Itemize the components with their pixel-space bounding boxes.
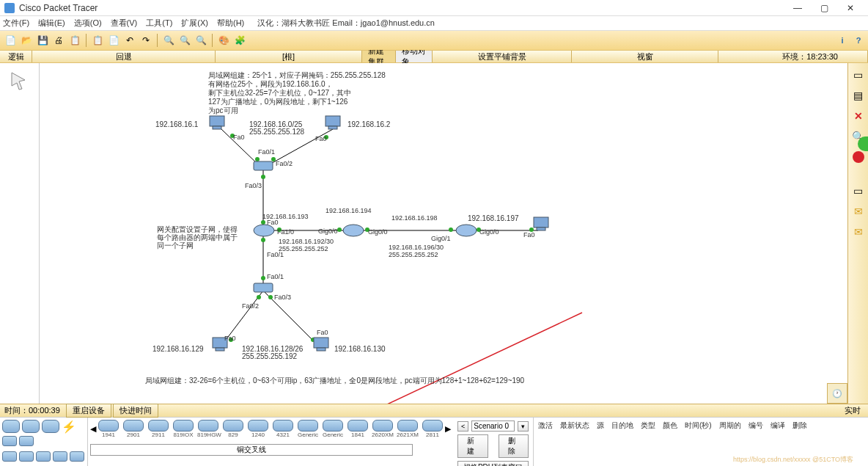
subcat-3-icon[interactable] (36, 451, 51, 462)
realtime-label[interactable]: 实时 (837, 405, 868, 416)
device-model-item[interactable]: 819HGW (197, 420, 219, 438)
fast-forward-button[interactable]: 快进时间 (113, 404, 158, 418)
nav-tile-bg[interactable]: 设置平铺背景 (433, 51, 572, 62)
navigation-clock-icon[interactable]: 🕐 (827, 383, 847, 404)
device-model-item[interactable]: 2621XM (397, 420, 419, 438)
subcat-2-icon[interactable] (19, 451, 34, 462)
device-model-item[interactable]: Generic (322, 420, 344, 438)
col-delete[interactable]: 删除 (792, 421, 807, 431)
switch-device[interactable] (254, 161, 274, 178)
device-model-item[interactable]: 829 (222, 420, 244, 438)
scenario-prev-button[interactable]: < (457, 421, 468, 432)
topology-canvas[interactable]: 局域网组建：25个1，对应子网掩码：255.255.255.128 有网络位25… (40, 63, 847, 404)
col-time[interactable]: 时间(秒) (685, 421, 712, 431)
new-file-icon[interactable]: 📄 (3, 33, 18, 48)
maximize-button[interactable]: ▢ (811, 1, 837, 15)
menu-help[interactable]: 帮助(H) (217, 18, 244, 29)
draw-tool-icon[interactable] (858, 136, 868, 151)
wizard-icon[interactable]: 📋 (67, 33, 82, 48)
reset-devices-button[interactable]: 重启设备 (66, 404, 111, 418)
redo-icon[interactable]: ↷ (139, 33, 153, 48)
select-tool-icon[interactable]: ▭ (851, 68, 866, 82)
pc-device[interactable] (534, 217, 554, 233)
zoom-out-icon[interactable]: 🔍 (194, 33, 208, 48)
col-periodic[interactable]: 周期的 (719, 421, 741, 431)
scenario-dropdown-button[interactable]: ▾ (518, 421, 529, 432)
selection-tool-icon[interactable] (3, 66, 37, 95)
device-model-item[interactable]: 1941 (98, 420, 119, 438)
cat-multi-icon[interactable] (19, 436, 34, 446)
complex-pdu-icon[interactable]: ✉ (851, 225, 866, 239)
col-color[interactable]: 颜色 (663, 421, 677, 431)
nav-back[interactable]: 回退 (32, 51, 216, 62)
nav-viewport[interactable]: 视窗 (572, 51, 718, 62)
zoom-in-icon[interactable]: 🔍 (161, 33, 176, 48)
menu-view[interactable]: 查看(V) (111, 18, 138, 29)
nav-env-time[interactable]: 环境：18:23:30 (718, 51, 868, 62)
toggle-pdu-list-button[interactable]: 切换PDU列表窗口 (457, 461, 529, 466)
device-model-item[interactable]: 1841 (347, 420, 369, 438)
subcat-5-icon[interactable] (70, 451, 84, 462)
subcat-4-icon[interactable] (53, 451, 67, 462)
menu-file[interactable]: 文件(F) (3, 18, 29, 29)
scenario-select[interactable]: Scenario 0 (471, 421, 515, 432)
device-model-item[interactable]: 2901 (122, 420, 144, 438)
note-tool-icon[interactable]: ▤ (851, 88, 866, 103)
pc-device[interactable] (210, 116, 230, 132)
save-icon[interactable]: 💾 (35, 33, 50, 48)
paste-icon[interactable]: 📄 (106, 33, 121, 48)
col-dest[interactable]: 目的地 (611, 421, 633, 431)
scroll-right-icon[interactable]: ▶ (445, 424, 451, 434)
cat-end-icon[interactable] (22, 420, 40, 433)
device-model-item[interactable]: 4321 (272, 420, 294, 438)
zoom-reset-icon[interactable]: 🔍 (177, 33, 192, 48)
col-type[interactable]: 类型 (641, 421, 655, 431)
delete-tool-icon[interactable]: ✕ (851, 109, 866, 123)
router-device[interactable] (254, 225, 274, 241)
router-device[interactable] (343, 225, 364, 241)
device-model-item[interactable]: 2911 (147, 420, 169, 438)
device-model-item[interactable]: 819IOX (172, 420, 194, 438)
print-icon[interactable]: 🖨 (51, 33, 66, 48)
close-button[interactable]: ✕ (837, 1, 864, 15)
col-active[interactable]: 激活 (538, 421, 553, 431)
nav-logic[interactable]: 逻辑 (0, 51, 32, 62)
nav-new-cluster[interactable]: 新建集群 (362, 51, 396, 62)
router-device[interactable] (456, 225, 477, 241)
device-model-item[interactable]: 2811 (422, 420, 444, 438)
nav-root[interactable]: [根] (216, 51, 362, 62)
info-icon[interactable]: i (836, 34, 849, 47)
scenario-delete-button[interactable]: 删除 (499, 434, 529, 458)
menu-extensions[interactable]: 扩展(X) (181, 18, 208, 29)
col-source[interactable]: 源 (597, 421, 604, 431)
cat-network-icon[interactable] (2, 420, 20, 433)
palette-icon[interactable]: 🎨 (216, 33, 231, 48)
open-folder-icon[interactable]: 📂 (19, 33, 34, 48)
menu-tools[interactable]: 工具(T) (146, 18, 172, 29)
cat-misc-icon[interactable] (2, 436, 17, 446)
scroll-left-icon[interactable]: ◀ (90, 424, 96, 434)
undo-icon[interactable]: ↶ (122, 33, 137, 48)
device-model-item[interactable]: 2620XM (372, 420, 394, 438)
pc-device[interactable] (314, 338, 334, 354)
col-edit[interactable]: 编译 (770, 421, 785, 431)
device-dialog-icon[interactable]: 🧩 (232, 33, 247, 48)
menu-options[interactable]: 选项(O) (74, 18, 102, 29)
simple-pdu-icon[interactable]: ✉ (851, 204, 866, 219)
subcat-1-icon[interactable] (2, 451, 17, 462)
cat-components-icon[interactable] (42, 420, 59, 433)
device-model-item[interactable]: 1240 (247, 420, 269, 438)
col-num[interactable]: 编号 (749, 421, 763, 431)
scenario-new-button[interactable]: 新建 (457, 434, 488, 458)
copy-icon[interactable]: 📋 (90, 33, 105, 48)
nav-move-obj[interactable]: 移动对象 (396, 51, 433, 62)
col-status[interactable]: 最新状态 (560, 421, 589, 431)
minimize-button[interactable]: — (784, 1, 811, 15)
cat-connections-icon[interactable]: ⚡ (62, 420, 76, 434)
switch-device[interactable] (254, 283, 274, 299)
help-icon[interactable]: ? (852, 34, 865, 47)
resize-tool-icon[interactable] (851, 150, 866, 164)
pc-device[interactable] (326, 116, 346, 132)
menu-edit[interactable]: 编辑(E) (38, 18, 65, 29)
shape-tool-icon[interactable]: ▭ (851, 183, 866, 198)
